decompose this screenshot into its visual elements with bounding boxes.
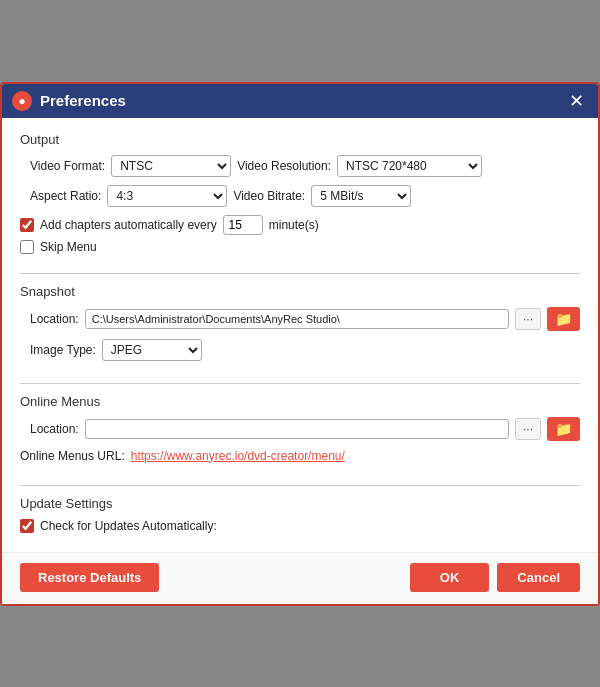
- add-chapters-suffix: minute(s): [269, 218, 319, 232]
- content-area: Output Video Format: NTSC PAL Video Reso…: [2, 118, 598, 552]
- snapshot-location-input[interactable]: [85, 309, 509, 329]
- online-menus-location-label: Location:: [30, 422, 79, 436]
- online-menus-section-label: Online Menus: [20, 394, 580, 409]
- video-format-select[interactable]: NTSC PAL: [111, 155, 231, 177]
- video-bitrate-select[interactable]: 5 MBit/s 4 MBit/s 6 MBit/s: [311, 185, 411, 207]
- ok-button[interactable]: OK: [410, 563, 490, 592]
- chapters-minutes-input[interactable]: [223, 215, 263, 235]
- check-updates-checkbox[interactable]: [20, 519, 34, 533]
- app-icon-symbol: ●: [18, 94, 25, 108]
- title-bar: ● Preferences ✕: [2, 84, 598, 118]
- preferences-dialog: ● Preferences ✕ Output Video Format: NTS…: [0, 82, 600, 606]
- image-type-row: Image Type: JPEG PNG BMP: [30, 339, 580, 361]
- image-type-select[interactable]: JPEG PNG BMP: [102, 339, 202, 361]
- online-menus-url-label: Online Menus URL:: [20, 449, 125, 463]
- online-menus-location-input[interactable]: [85, 419, 509, 439]
- online-menus-folder-icon: 📁: [555, 421, 572, 437]
- snapshot-dots-button[interactable]: ···: [515, 308, 541, 330]
- restore-defaults-button[interactable]: Restore Defaults: [20, 563, 159, 592]
- skip-menu-row: Skip Menu: [20, 240, 580, 254]
- output-fields: Video Format: NTSC PAL Video Resolution:…: [20, 155, 580, 207]
- footer-right-buttons: OK Cancel: [410, 563, 580, 592]
- add-chapters-row: Add chapters automatically every minute(…: [20, 215, 580, 235]
- output-section: Output Video Format: NTSC PAL Video Reso…: [20, 132, 580, 259]
- video-bitrate-label: Video Bitrate:: [233, 189, 305, 203]
- cancel-button[interactable]: Cancel: [497, 563, 580, 592]
- divider-3: [20, 485, 580, 486]
- app-icon: ●: [12, 91, 32, 111]
- snapshot-location-row: Location: ··· 📁: [30, 307, 580, 331]
- folder-icon: 📁: [555, 311, 572, 327]
- snapshot-section: Snapshot Location: ··· 📁 Image Type: JPE…: [20, 284, 580, 369]
- aspect-ratio-label: Aspect Ratio:: [30, 189, 101, 203]
- output-section-label: Output: [20, 132, 580, 147]
- dialog-title: Preferences: [40, 92, 565, 109]
- online-menus-section: Online Menus Location: ··· 📁 Online Menu…: [20, 394, 580, 471]
- update-settings-label: Update Settings: [20, 496, 580, 511]
- snapshot-folder-button[interactable]: 📁: [547, 307, 580, 331]
- snapshot-fields: Location: ··· 📁 Image Type: JPEG PNG BMP: [20, 307, 580, 361]
- online-menus-fields: Location: ··· 📁: [20, 417, 580, 441]
- check-updates-row: Check for Updates Automatically:: [20, 519, 580, 533]
- add-chapters-label: Add chapters automatically every: [40, 218, 217, 232]
- video-resolution-label: Video Resolution:: [237, 159, 331, 173]
- footer: Restore Defaults OK Cancel: [2, 552, 598, 604]
- aspect-bitrate-row: Aspect Ratio: 4:3 16:9 Video Bitrate: 5 …: [30, 185, 580, 207]
- divider-2: [20, 383, 580, 384]
- add-chapters-checkbox[interactable]: [20, 218, 34, 232]
- online-menus-folder-button[interactable]: 📁: [547, 417, 580, 441]
- video-resolution-select[interactable]: NTSC 720*480 NTSC 720*576: [337, 155, 482, 177]
- update-settings-section: Update Settings Check for Updates Automa…: [20, 496, 580, 538]
- snapshot-section-label: Snapshot: [20, 284, 580, 299]
- online-menus-location-row: Location: ··· 📁: [30, 417, 580, 441]
- online-menus-url-link[interactable]: https://www.anyrec.io/dvd-creator/menu/: [131, 449, 345, 463]
- online-menus-dots-button[interactable]: ···: [515, 418, 541, 440]
- online-menus-url-row: Online Menus URL: https://www.anyrec.io/…: [20, 449, 580, 463]
- divider-1: [20, 273, 580, 274]
- close-button[interactable]: ✕: [565, 90, 588, 112]
- check-updates-label: Check for Updates Automatically:: [40, 519, 217, 533]
- format-resolution-row: Video Format: NTSC PAL Video Resolution:…: [30, 155, 580, 177]
- skip-menu-label: Skip Menu: [40, 240, 97, 254]
- image-type-label: Image Type:: [30, 343, 96, 357]
- aspect-ratio-select[interactable]: 4:3 16:9: [107, 185, 227, 207]
- skip-menu-checkbox[interactable]: [20, 240, 34, 254]
- snapshot-location-label: Location:: [30, 312, 79, 326]
- video-format-label: Video Format:: [30, 159, 105, 173]
